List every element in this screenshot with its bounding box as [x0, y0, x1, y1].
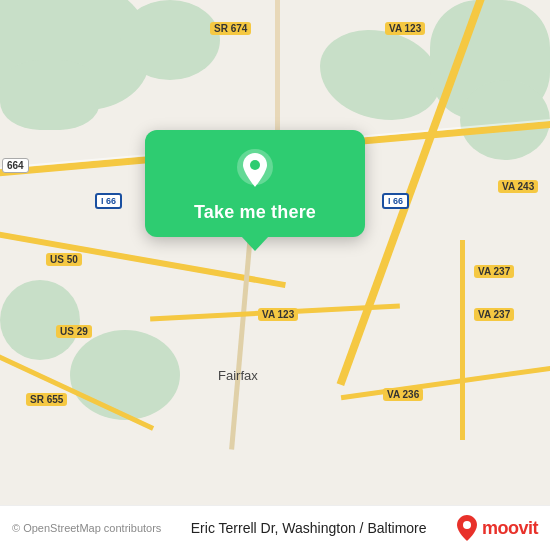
road-label-va237-bot: VA 237: [474, 308, 514, 321]
road-label-us50: US 50: [46, 253, 82, 266]
road-label-va243: VA 243: [498, 180, 538, 193]
road-label-i66-left: I 66: [95, 193, 122, 209]
popup-card[interactable]: Take me there: [145, 130, 365, 237]
road-label-va237-top: VA 237: [474, 265, 514, 278]
svg-point-1: [250, 160, 260, 170]
location-label: Eric Terrell Dr, Washington / Baltimore: [161, 520, 456, 536]
location-pin-icon: [233, 148, 277, 192]
moovit-brand-name: moovit: [482, 518, 538, 539]
road-label-va123-mid: VA 123: [258, 308, 298, 321]
attribution: © OpenStreetMap contributors: [12, 522, 161, 534]
map-container: I 66 I 66 SR 674 VA 123 664 US 50 VA 243…: [0, 0, 550, 550]
road-label-sr655: SR 655: [26, 393, 67, 406]
moovit-logo: moovit: [456, 514, 538, 542]
bottom-bar: © OpenStreetMap contributors Eric Terrel…: [0, 505, 550, 550]
road-label-us29: US 29: [56, 325, 92, 338]
road-label-va123-top: VA 123: [385, 22, 425, 35]
svg-point-2: [463, 521, 471, 529]
road-label-i66-right: I 66: [382, 193, 409, 209]
moovit-pin-icon: [456, 514, 478, 542]
road-label-664: 664: [2, 158, 29, 173]
fairfax-label: Fairfax: [218, 368, 258, 383]
road-label-sr674: SR 674: [210, 22, 251, 35]
take-me-there-button[interactable]: Take me there: [194, 202, 316, 223]
road-label-va236: VA 236: [383, 388, 423, 401]
